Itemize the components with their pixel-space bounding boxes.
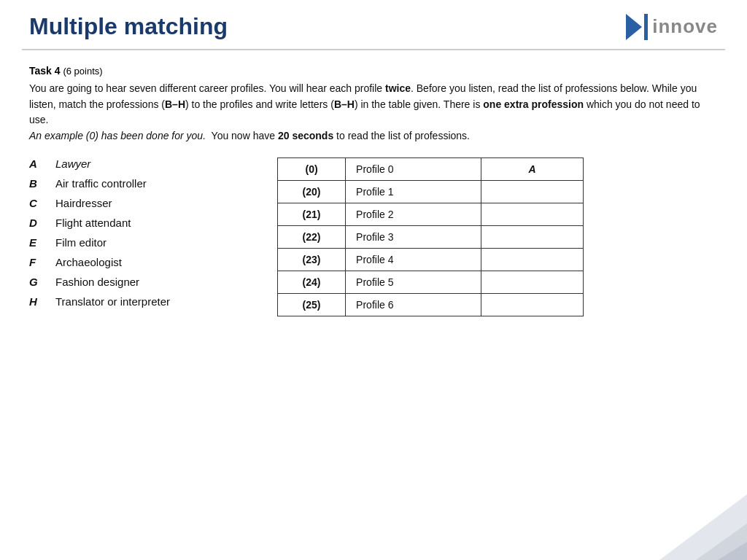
- task-example-text: An example (0) has been done for you.: [29, 130, 206, 141]
- prof-letter-g: G: [29, 276, 44, 288]
- list-item: C Hairdresser: [29, 197, 248, 209]
- table-row: (21) Profile 2: [278, 203, 584, 225]
- table-cell-num: (22): [278, 225, 346, 248]
- table-row: (20) Profile 1: [278, 180, 584, 203]
- bold-seconds: 20 seconds: [278, 130, 333, 141]
- table-row: (22) Profile 3: [278, 225, 584, 248]
- prof-letter-a: A: [29, 158, 44, 170]
- page-title: Multiple matching: [29, 13, 228, 40]
- table-cell-num: (0): [278, 158, 346, 180]
- prof-letter-h: H: [29, 295, 44, 308]
- bold-bh-1: B–H: [165, 98, 185, 110]
- page: Multiple matching innove Task 4 (6 point…: [0, 0, 747, 560]
- table-cell-profile: Profile 6: [346, 293, 481, 316]
- table-cell-profile: Profile 5: [346, 271, 481, 293]
- prof-name-b: Air traffic controller: [55, 177, 147, 190]
- prof-letter-e: E: [29, 236, 44, 249]
- bold-twice: twice: [385, 82, 411, 94]
- professions-list: A Lawyer B Air traffic controller C Hair…: [29, 158, 248, 315]
- list-item: H Translator or interpreter: [29, 295, 248, 308]
- content-area: Task 4 (6 points) You are going to hear …: [0, 50, 747, 316]
- table-cell-answer: [481, 180, 584, 203]
- table-row: (24) Profile 5: [278, 271, 584, 293]
- prof-name-a: Lawyer: [55, 158, 90, 170]
- logo: innove: [626, 14, 718, 40]
- table-cell-answer: [481, 293, 584, 316]
- task-label: Task 4: [29, 65, 61, 77]
- table-cell-num: (25): [278, 293, 346, 316]
- watermark-decoration: [601, 465, 747, 560]
- logo-triangle-icon: [626, 14, 642, 40]
- prof-name-g: Fashion designer: [55, 276, 139, 288]
- table-row: (0) Profile 0 A: [278, 158, 584, 180]
- prof-letter-c: C: [29, 197, 44, 209]
- table-cell-answer: [481, 225, 584, 248]
- logo-bar-icon: [644, 14, 648, 40]
- list-item: A Lawyer: [29, 158, 248, 170]
- table-cell-answer: A: [481, 158, 584, 180]
- task-description: You are going to hear seven different ca…: [29, 81, 718, 144]
- bold-bh-2: B–H: [334, 98, 355, 110]
- main-body: A Lawyer B Air traffic controller C Hair…: [29, 158, 718, 316]
- prof-name-e: Film editor: [55, 236, 107, 249]
- table-row: (25) Profile 6: [278, 293, 584, 316]
- prof-name-f: Archaeologist: [55, 256, 122, 268]
- table-cell-answer: [481, 248, 584, 271]
- profile-table: (0) Profile 0 A (20) Profile 1 (21): [277, 158, 584, 316]
- prof-letter-d: D: [29, 217, 44, 229]
- header: Multiple matching innove: [0, 0, 747, 49]
- table-cell-profile: Profile 1: [346, 180, 481, 203]
- task-points: (6 points): [63, 66, 102, 77]
- table-cell-num: (21): [278, 203, 346, 225]
- table-cell-answer: [481, 203, 584, 225]
- prof-name-h: Translator or interpreter: [55, 295, 170, 308]
- table-row: (23) Profile 4: [278, 248, 584, 271]
- table-cell-num: (20): [278, 180, 346, 203]
- logo-icon: [626, 14, 648, 40]
- list-item: G Fashion designer: [29, 276, 248, 288]
- list-item: F Archaeologist: [29, 256, 248, 268]
- table-cell-num: (24): [278, 271, 346, 293]
- list-item: E Film editor: [29, 236, 248, 249]
- list-item: D Flight attendant: [29, 217, 248, 229]
- table-cell-num: (23): [278, 248, 346, 271]
- table-cell-profile: Profile 3: [346, 225, 481, 248]
- bold-extra: one extra profession: [483, 98, 584, 110]
- table-cell-profile: Profile 0: [346, 158, 481, 180]
- prof-name-d: Flight attendant: [55, 217, 131, 229]
- list-item: B Air traffic controller: [29, 177, 248, 190]
- table-cell-profile: Profile 4: [346, 248, 481, 271]
- profile-table-wrapper: (0) Profile 0 A (20) Profile 1 (21): [277, 158, 718, 316]
- table-cell-answer: [481, 271, 584, 293]
- prof-name-c: Hairdresser: [55, 197, 112, 209]
- task-header: Task 4 (6 points): [29, 65, 718, 77]
- prof-letter-f: F: [29, 256, 44, 268]
- table-cell-profile: Profile 2: [346, 203, 481, 225]
- prof-letter-b: B: [29, 177, 44, 190]
- logo-text: innove: [652, 15, 718, 38]
